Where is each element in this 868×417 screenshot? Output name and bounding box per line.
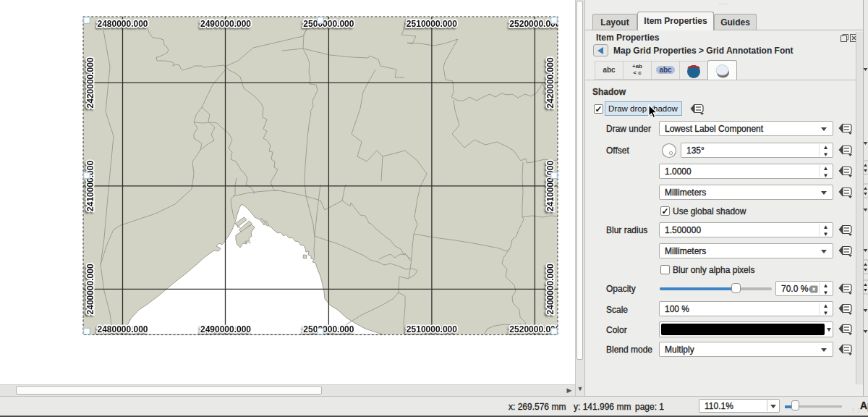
svg-text:2510000.000: 2510000.000 bbox=[407, 324, 457, 334]
svg-text:2480000.000: 2480000.000 bbox=[97, 19, 148, 29]
svg-text:2480000.000: 2480000.000 bbox=[97, 324, 148, 334]
svg-text:2500000.000: 2500000.000 bbox=[303, 19, 354, 29]
svg-text:2400000.000: 2400000.000 bbox=[545, 264, 556, 314]
svg-text:2490000.000: 2490000.000 bbox=[200, 19, 251, 29]
svg-text:2410000.000: 2410000.000 bbox=[85, 161, 95, 211]
svg-text:2400000.000: 2400000.000 bbox=[85, 264, 95, 314]
svg-text:2490000.000: 2490000.000 bbox=[200, 324, 251, 334]
svg-text:2420000.000: 2420000.000 bbox=[545, 57, 556, 108]
svg-text:2500000.000: 2500000.000 bbox=[303, 324, 354, 334]
svg-text:2420000.000: 2420000.000 bbox=[85, 57, 95, 108]
svg-text:2510000.000: 2510000.000 bbox=[407, 19, 457, 29]
svg-text:2410000.000: 2410000.000 bbox=[545, 161, 556, 211]
